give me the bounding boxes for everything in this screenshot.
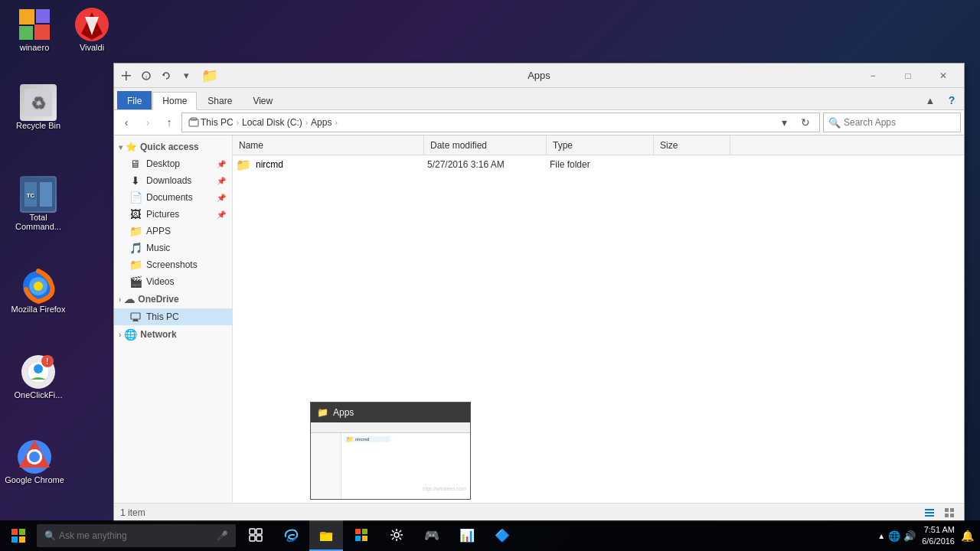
taskbar-file-explorer[interactable] (309, 520, 343, 551)
pin-icon-downloads: 📌 (217, 177, 226, 185)
tab-view[interactable]: View (243, 91, 283, 109)
taskbar-icon-6[interactable]: 📊 (450, 520, 484, 551)
svg-rect-50 (320, 534, 332, 541)
tray-up-arrow[interactable]: ▲ (877, 532, 885, 540)
documents-nav-icon: 📄 (129, 191, 142, 204)
col-header-name[interactable]: Name (233, 135, 424, 155)
breadcrumb-local-disk[interactable]: Local Disk (C:) (240, 116, 304, 129)
svg-rect-51 (355, 529, 361, 534)
nav-pane: ▾ ⭐ Quick access 🖥 Desktop 📌 ⬇ Downloads… (114, 135, 233, 503)
nav-item-documents[interactable]: 📄 Documents 📌 (114, 189, 232, 206)
svg-rect-38 (950, 508, 954, 512)
nav-item-music[interactable]: 🎵 Music (114, 240, 232, 256)
quick-access-toolbar-options[interactable]: ▾ (177, 67, 195, 85)
search-input[interactable] (844, 117, 959, 128)
breadcrumb-this-pc[interactable]: This PC (187, 116, 235, 129)
taskbar-edge[interactable] (274, 520, 308, 551)
svg-rect-45 (250, 529, 255, 534)
preview-title: 📁 Apps (311, 403, 470, 422)
view-details-button[interactable] (921, 505, 938, 520)
desktop-icon-recycle[interactable]: ♻ Recycle Bin (8, 84, 69, 130)
nav-quick-access-header[interactable]: ▾ ⭐ Quick access (114, 139, 232, 155)
breadcrumb-sep-1: › (237, 119, 239, 127)
back-button[interactable]: ‹ (117, 113, 136, 132)
col-header-size[interactable]: Size (654, 135, 730, 155)
sys-tray: ▲ 🌐 🔊 (877, 530, 916, 542)
refresh-button[interactable]: ↻ (796, 113, 815, 132)
address-dropdown[interactable]: ▾ (775, 113, 793, 132)
search-icon: 🔍 (828, 117, 841, 129)
expand-arrow-onedrive: › (119, 295, 121, 304)
address-box[interactable]: This PC › Local Disk (C:) › Apps › ▾ ↻ (181, 112, 820, 132)
svg-rect-52 (362, 529, 368, 534)
tray-sound-icon[interactable]: 🔊 (903, 530, 916, 542)
taskbar-search-icon: 🔍 (44, 530, 56, 541)
svg-rect-41 (11, 529, 18, 535)
tab-share[interactable]: Share (198, 91, 242, 109)
nav-item-screenshots[interactable]: 📁 Screenshots (114, 256, 232, 273)
svg-rect-36 (925, 515, 934, 517)
nav-onedrive-header[interactable]: › ☁ OneDrive (114, 290, 232, 308)
quick-access-toolbar-new[interactable] (117, 67, 136, 85)
folder-icon-title: 📁 (201, 67, 218, 84)
pin-icon-documents: 📌 (217, 194, 226, 202)
breadcrumb-sep-2: › (305, 119, 308, 127)
ribbon-help[interactable]: ? (942, 91, 961, 109)
desktop-icon-firefox[interactable]: Mozilla Firefox (8, 268, 69, 314)
svg-point-23 (29, 452, 40, 462)
nav-item-downloads[interactable]: ⬇ Downloads 📌 (114, 172, 232, 189)
notifications-icon[interactable]: 🔔 (961, 530, 974, 542)
pictures-nav-icon: 🖼 (129, 208, 142, 220)
view-tiles-button[interactable] (941, 505, 958, 520)
taskbar-mic-icon[interactable]: 🎤 (217, 530, 228, 541)
taskbar-task-view[interactable] (239, 520, 273, 551)
svg-rect-9 (40, 182, 52, 207)
main-area: ▾ ⭐ Quick access 🖥 Desktop 📌 ⬇ Downloads… (114, 135, 964, 503)
nav-item-this-pc[interactable]: This PC (114, 308, 232, 325)
quick-access-toolbar-undo[interactable] (157, 67, 175, 85)
taskbar-settings[interactable] (380, 520, 413, 551)
desktop-icon-oneclickfix[interactable]: ! OneClickFi... (8, 354, 69, 399)
up-button[interactable]: ↑ (160, 113, 178, 132)
taskbar-icons: 🎮 📊 🔷 (239, 520, 519, 551)
svg-rect-53 (355, 536, 361, 541)
tray-network-icon[interactable]: 🌐 (888, 530, 900, 542)
nav-item-apps[interactable]: 📁 APPS (114, 223, 232, 240)
svg-rect-47 (250, 536, 255, 541)
svg-rect-46 (256, 529, 262, 534)
file-cell-type: File folder (550, 159, 657, 170)
svg-text:♻: ♻ (31, 93, 46, 112)
desktop-icon-vivaldi[interactable]: Vivaldi (61, 6, 122, 52)
ribbon-collapse[interactable]: ▲ (921, 91, 939, 109)
taskbar-icon-7[interactable]: 🔷 (485, 520, 519, 551)
taskbar-search-input[interactable] (59, 530, 197, 541)
apps-nav-icon: 📁 (129, 225, 142, 237)
col-header-date[interactable]: Date modified (424, 135, 547, 155)
quick-access-toolbar-properties[interactable]: i (137, 67, 155, 85)
clock[interactable]: 7:51 AM 6/6/2016 (922, 524, 955, 548)
desktop-icon-chrome[interactable]: Google Chrome (4, 439, 65, 484)
desktop-icon-oneclickfix-label: OneClickFi... (15, 390, 63, 399)
desktop-icon-totalcmd[interactable]: TC Total Command... (8, 176, 69, 231)
svg-rect-42 (19, 529, 25, 535)
nav-item-desktop[interactable]: 🖥 Desktop 📌 (114, 155, 232, 172)
taskbar-store[interactable] (345, 520, 378, 551)
breadcrumb-apps[interactable]: Apps (309, 116, 333, 129)
forward-button[interactable]: › (139, 113, 157, 132)
desktop-icon-winaero[interactable]: winaero (4, 6, 65, 52)
tab-file[interactable]: File (117, 91, 152, 109)
taskbar-icon-5[interactable]: 🎮 (415, 520, 449, 551)
search-box[interactable]: 🔍 (823, 112, 961, 132)
nav-network-header[interactable]: › 🌐 Network (114, 325, 232, 344)
maximize-button[interactable]: □ (890, 64, 926, 88)
quick-access-icon: ⭐ (126, 142, 137, 152)
nav-item-videos[interactable]: 🎬 Videos (114, 273, 232, 290)
col-header-type[interactable]: Type (547, 135, 654, 155)
table-row[interactable]: 📁 nircmd 5/27/2016 3:16 AM File folder (233, 155, 964, 174)
start-button[interactable] (0, 520, 37, 551)
taskbar-search[interactable]: 🔍 🎤 (37, 524, 236, 547)
close-button[interactable]: ✕ (926, 64, 961, 88)
minimize-button[interactable]: − (855, 64, 890, 88)
tab-home[interactable]: Home (152, 92, 197, 110)
nav-item-pictures[interactable]: 🖼 Pictures 📌 (114, 206, 232, 223)
